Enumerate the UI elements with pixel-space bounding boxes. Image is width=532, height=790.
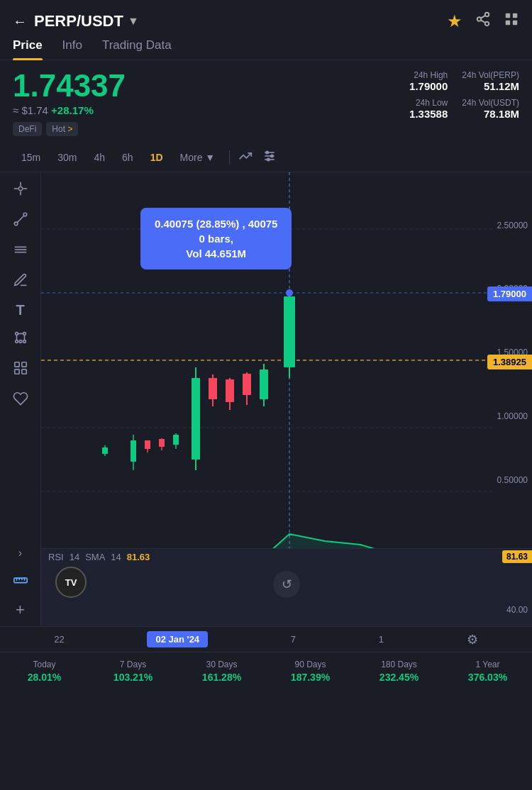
date-settings-icon[interactable]: ⚙ (467, 632, 478, 647)
chart-tooltip: 0.40075 (28.85%) , 40075 0 bars, Vol 44.… (140, 208, 292, 269)
sma-label: SMA (85, 552, 105, 562)
period-180d-value: 232.45% (379, 672, 419, 683)
svg-rect-35 (21, 362, 26, 367)
svg-point-27 (23, 333, 26, 335)
svg-line-22 (17, 216, 24, 223)
pattern-icon[interactable] (13, 360, 28, 378)
svg-rect-56 (131, 440, 136, 462)
crosshair-icon[interactable] (13, 181, 28, 199)
expand-icon[interactable]: › (18, 547, 22, 559)
dropdown-icon[interactable]: ▼ (128, 15, 139, 28)
svg-rect-54 (102, 447, 108, 454)
tf-1d[interactable]: 1D (142, 149, 172, 166)
price-stats: 24h High 1.79000 24h Vol(PERP) 51.12M 24… (391, 70, 519, 120)
price-label-lower: 1.38925 (487, 355, 532, 369)
stat-vol-perp: 24h Vol(PERP) 51.12M (462, 70, 519, 92)
period-1y: 1 Year 376.03% (443, 652, 532, 690)
period-90d-label: 90 Days (294, 660, 326, 669)
text-icon[interactable]: T (16, 303, 24, 317)
date-jan: 02 Jan '24 (147, 631, 208, 647)
stat-low: 24h Low 1.33588 (391, 98, 448, 120)
period-1y-label: 1 Year (475, 660, 499, 669)
tf-4h[interactable]: 4h (85, 149, 113, 166)
date-bar: 22 02 Jan '24 7 1 ⚙ (0, 626, 532, 652)
timeframe-bar: 15m 30m 4h 6h 1D More ▼ (0, 143, 532, 172)
svg-point-20 (14, 222, 18, 226)
price-section: 1.74337 ≈ $1.74 +28.17% DeFi Hot > 24h H… (0, 60, 532, 143)
tab-price[interactable]: Price (13, 38, 43, 60)
grid-button[interactable] (504, 11, 519, 31)
hlines-icon[interactable] (13, 242, 28, 260)
tv-logo: TV (55, 567, 87, 598)
tf-divider (229, 150, 230, 165)
header-left: ← PERP/USDT ▼ (13, 12, 139, 30)
svg-rect-62 (173, 435, 179, 445)
chart-container: T › + (0, 172, 532, 626)
favorite-button[interactable]: ★ (447, 11, 462, 31)
add-indicator-icon[interactable]: + (16, 602, 25, 618)
pair-name: PERP/USDT (34, 12, 123, 30)
back-button[interactable]: ← (13, 13, 27, 30)
rsi-refresh-button[interactable]: ↺ (273, 571, 300, 598)
tf-6h[interactable]: 6h (113, 149, 142, 166)
tab-trading[interactable]: Trading Data (102, 38, 172, 60)
indicator-icon[interactable] (262, 149, 277, 166)
pair-title[interactable]: PERP/USDT ▼ (34, 12, 139, 30)
svg-line-4 (481, 16, 485, 18)
svg-rect-34 (14, 362, 18, 367)
period-bar: Today 28.01% 7 Days 103.21% 30 Days 161.… (0, 652, 532, 690)
period-today-value: 28.01% (28, 672, 61, 683)
svg-rect-37 (21, 369, 26, 374)
period-30d-value: 161.28% (202, 672, 241, 683)
svg-rect-70 (243, 374, 251, 395)
period-7d-value: 103.21% (113, 672, 153, 683)
grid-price-0.5: 0.50000 (497, 475, 528, 485)
svg-rect-72 (260, 369, 268, 399)
tf-more[interactable]: More ▼ (172, 149, 224, 166)
svg-point-14 (267, 158, 270, 160)
chart-main[interactable]: 2.50000 2.00000 1.50000 1.00000 0.50000 … (41, 172, 532, 626)
period-1y-value: 376.03% (468, 672, 507, 683)
period-90d: 90 Days 187.39% (266, 652, 355, 690)
period-7d: 7 Days 103.21% (89, 652, 177, 690)
defi-tag: DeFi (13, 122, 42, 136)
rsi-value: 81.63 (127, 552, 150, 562)
heart-icon[interactable] (13, 391, 28, 408)
rsi-axis-40: 40.00 (502, 603, 532, 616)
chart-toolbar: T › + (0, 172, 41, 626)
tooltip-line2: 0 bars, (155, 233, 277, 245)
pen-icon[interactable] (13, 272, 28, 290)
grid-price-2.5: 2.50000 (497, 221, 528, 230)
node-icon[interactable] (13, 330, 28, 347)
tooltip-line3: Vol 44.651M (155, 247, 277, 260)
period-today-label: Today (33, 660, 55, 669)
svg-point-13 (271, 155, 273, 157)
share-button[interactable] (475, 11, 491, 31)
price-left: 1.74337 ≈ $1.74 +28.17% DeFi Hot > (13, 70, 126, 136)
rsi-axis-label: 81.63 (502, 550, 532, 563)
tf-30m[interactable]: 30m (49, 149, 85, 166)
period-30d-label: 30 Days (206, 660, 237, 669)
date-1: 1 (379, 634, 384, 645)
svg-point-19 (18, 187, 23, 191)
tf-15m[interactable]: 15m (13, 149, 49, 166)
period-7d-label: 7 Days (120, 660, 146, 669)
svg-point-26 (15, 333, 18, 335)
hot-tag: Hot > (46, 122, 78, 136)
svg-rect-7 (506, 21, 510, 25)
svg-point-30 (23, 340, 26, 343)
stat-high: 24h High 1.79000 (391, 70, 448, 92)
chart-type-icon[interactable] (238, 149, 253, 166)
period-180d-label: 180 Days (381, 660, 417, 669)
date-7: 7 (291, 634, 296, 645)
tab-info[interactable]: Info (62, 38, 82, 60)
rsi-label-row: RSI 14 SMA 14 81.63 (41, 549, 532, 565)
svg-rect-38 (13, 578, 26, 582)
header-icons: ★ (447, 11, 519, 31)
grid-price-1: 1.00000 (497, 411, 528, 421)
svg-point-29 (15, 340, 18, 343)
ruler-icon[interactable] (13, 572, 28, 589)
line-tool-icon[interactable] (13, 211, 28, 229)
svg-rect-68 (226, 379, 234, 402)
svg-point-21 (23, 213, 27, 216)
